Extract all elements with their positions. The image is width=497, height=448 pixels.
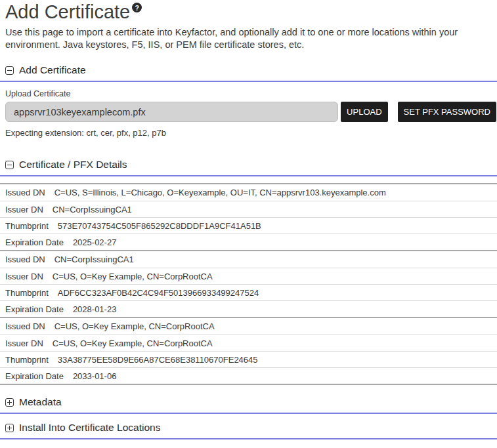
certificate-group: Issued DN CN=CorpIssuingCA1 Issuer DN C=… [0,250,497,317]
table-row-thumbprint: Thumbprint ADF6CC323AF0B42C4C94F50139669… [0,284,497,300]
page-description: Use this page to import a certificate in… [5,26,492,51]
title-row: Add Certificate? [0,1,497,22]
set-pfx-password-button[interactable]: SET PFX PASSWORD [398,102,496,122]
expand-plus-icon[interactable] [5,424,14,432]
section-label: Add Certificate [19,64,86,76]
table-row-issued-dn: Issued DN CN=CorpIssuingCA1 [0,251,497,268]
collapse-minus-icon[interactable] [5,66,14,75]
page-title: Add Certificate [5,1,130,22]
row-value: 33A38775EE58D9E66A87CE68E38110670FE24645 [58,355,258,365]
table-row-issuer-dn: Issuer DN C=US, O=Key Example, CN=CorpRo… [0,335,497,351]
table-row-thumbprint: Thumbprint 33A38775EE58D9E66A87CE68E3811… [0,351,497,367]
help-icon[interactable]: ? [132,3,142,12]
table-row-issuer-dn: Issuer DN C=US, O=Key Example, CN=CorpRo… [0,268,497,284]
table-row-issuer-dn: Issuer DN CN=CorpIssuingCA1 [0,201,497,217]
section-header-certificate-pfx-details[interactable]: Certificate / PFX Details [0,159,497,176]
row-label: Issued DN [5,255,45,264]
row-label: Issuer DN [5,205,43,214]
expand-plus-icon[interactable] [5,398,14,407]
section-label: Metadata [19,396,62,408]
upload-certificate-label: Upload Certificate [5,89,492,98]
row-label: Issuer DN [5,338,43,348]
table-row-issued-dn: Issued DN C=US, O=Key Example, CN=CorpRo… [0,318,497,335]
certificate-filename-input[interactable] [5,102,338,122]
row-label: Thumbprint [5,355,49,365]
certificate-details-table: Issued DN C=US, S=Illinois, L=Chicago, O… [0,183,497,385]
row-label: Thumbprint [5,221,49,231]
row-value: C=US, S=Illinois, L=Chicago, O=Keyexampl… [54,188,386,197]
section-header-add-certificate[interactable]: Add Certificate [0,64,497,82]
table-row-expiration-date: Expiration Date 2033-01-06 [0,367,497,384]
extension-hint: Expecting extension: crt, cer, pfx, p12,… [5,128,492,138]
row-value: C=US, O=Key Example, CN=CorpRootCA [53,272,213,281]
row-value: CN=CorpIssuingCA1 [54,255,134,264]
row-label: Thumbprint [5,288,49,298]
upload-row: UPLOAD SET PFX PASSWORD [5,102,496,122]
row-label: Expiration Date [5,371,64,381]
row-value: ADF6CC323AF0B42C4C94F5013966933499247524 [58,288,259,298]
section-label: Certificate / PFX Details [19,159,127,171]
section-label: Install Into Certificate Locations [19,422,160,434]
row-value: C=US, O=Key Example, CN=CorpRootCA [54,321,215,331]
add-certificate-page: Add Certificate? Use this page to import… [0,0,497,448]
table-row-issued-dn: Issued DN C=US, S=Illinois, L=Chicago, O… [0,184,497,201]
row-label: Expiration Date [5,304,64,314]
row-value: 573E70743754C505F865292C8DDDF1A9CF41A51B [58,221,261,231]
row-value: C=US, O=Key Example, CN=CorpRootCA [53,338,213,348]
section-header-install-locations[interactable]: Install Into Certificate Locations [0,414,497,439]
certificate-group: Issued DN C=US, S=Illinois, L=Chicago, O… [0,183,497,250]
row-value: 2025-02-27 [73,237,117,247]
row-label: Issuer DN [5,272,43,281]
row-label: Expiration Date [5,237,64,247]
collapse-minus-icon[interactable] [5,161,14,169]
table-row-expiration-date: Expiration Date 2028-01-23 [0,300,497,317]
row-label: Issued DN [5,321,45,331]
row-label: Issued DN [5,188,45,197]
row-value: 2033-01-06 [73,371,117,381]
row-value: CN=CorpIssuingCA1 [53,205,132,214]
section-header-metadata[interactable]: Metadata [0,396,497,414]
table-row-thumbprint: Thumbprint 573E70743754C505F865292C8DDDF… [0,217,497,234]
certificate-group: Issued DN C=US, O=Key Example, CN=CorpRo… [0,317,497,384]
table-row-expiration-date: Expiration Date 2025-02-27 [0,234,497,250]
upload-button[interactable]: UPLOAD [341,102,387,122]
row-value: 2028-01-23 [73,304,117,314]
